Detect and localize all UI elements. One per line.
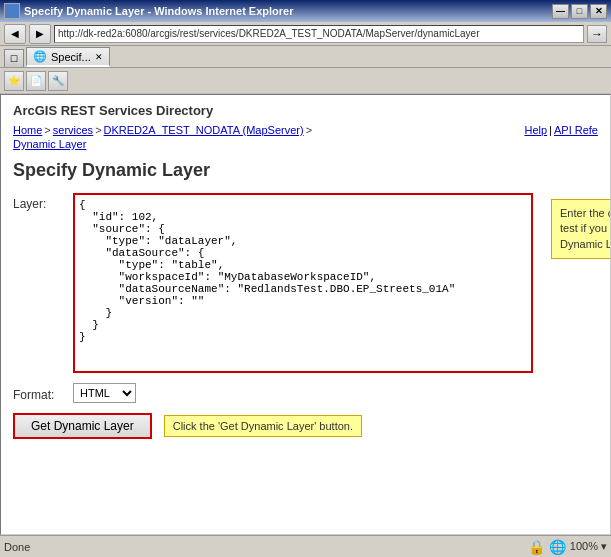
site-header: ArcGIS REST Services Directory [13,103,598,118]
new-tab-button[interactable]: ☐ [4,49,24,67]
zoom-level: 100% ▾ [570,540,607,553]
minimize-button[interactable]: — [552,4,569,19]
status-bar: Done 🔒 🌐 100% ▾ [0,535,611,557]
button-row: Get Dynamic Layer Click the 'Get Dynamic… [13,413,598,439]
favorites-icon[interactable]: ⭐ [4,71,24,91]
tools-icon[interactable]: 🔧 [48,71,68,91]
forward-button[interactable]: ▶ [29,24,51,44]
maximize-button[interactable]: □ [571,4,588,19]
layer-form-row: Layer: { "id": 102, "source": { "type": … [13,193,598,373]
window-controls[interactable]: — □ ✕ [552,4,607,19]
security-icon: 🔒 [528,539,545,555]
go-button[interactable]: → [587,25,607,43]
breadcrumb-services[interactable]: services [53,124,93,136]
back-button[interactable]: ◀ [4,24,26,44]
format-select[interactable]: HTML JSON PJSON [73,383,136,403]
network-icon: 🌐 [549,539,566,555]
breadcrumb: Home > services > DKRED2A_TEST_NODATA (M… [13,124,598,136]
tab-bar: ☐ 🌐 Specif... ✕ [0,46,611,68]
breadcrumb-api-ref[interactable]: API Refe [554,124,598,136]
page-icon[interactable]: 📄 [26,71,46,91]
page-title: Specify Dynamic Layer [13,160,598,181]
tab-label: Specif... [51,51,91,63]
window-icon [4,3,20,19]
format-label: Format: [13,384,73,402]
active-tab[interactable]: 🌐 Specif... ✕ [26,47,110,67]
breadcrumb-help[interactable]: Help [524,124,547,136]
window-title: Specify Dynamic Layer - Windows Internet… [24,5,293,17]
tab-close-button[interactable]: ✕ [95,52,103,62]
status-right: 🔒 🌐 100% ▾ [528,539,607,555]
breadcrumb-home[interactable]: Home [13,124,42,136]
json-container: { "id": 102, "source": { "type": "dataLa… [73,193,533,373]
toolbar: ⭐ 📄 🔧 [0,68,611,94]
tab-favicon: 🌐 [33,50,47,63]
breadcrumb-sep-3: > [306,124,312,136]
window-title-bar: Specify Dynamic Layer - Windows Internet… [0,0,611,22]
format-row: Format: HTML JSON PJSON [13,383,598,403]
json-tooltip: Enter the correct JSON syntax to test if… [551,199,611,259]
content-area: ArcGIS REST Services Directory Home > se… [0,94,611,535]
dynamic-layer-link[interactable]: Dynamic Layer [13,138,598,150]
breadcrumb-sep-1: > [44,124,50,136]
click-tooltip: Click the 'Get Dynamic Layer' button. [164,415,362,437]
breadcrumb-sep-2: > [95,124,101,136]
json-textarea[interactable]: { "id": 102, "source": { "type": "dataLa… [79,199,527,364]
close-button[interactable]: ✕ [590,4,607,19]
address-input[interactable] [54,25,584,43]
layer-label: Layer: [13,193,73,211]
breadcrumb-mapserver[interactable]: DKRED2A_TEST_NODATA (MapServer) [104,124,304,136]
get-dynamic-layer-button[interactable]: Get Dynamic Layer [13,413,152,439]
status-text: Done [4,541,524,553]
address-bar: ◀ ▶ → [0,22,611,46]
breadcrumb-pipe: | [549,124,552,136]
